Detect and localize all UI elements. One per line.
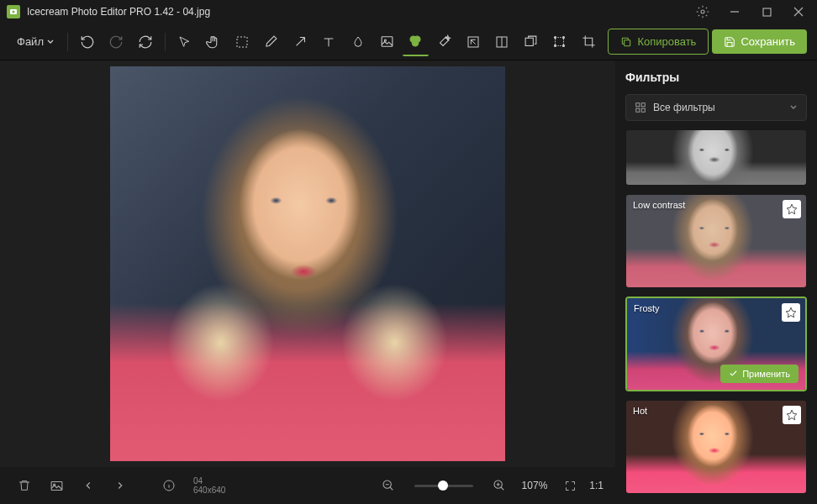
svg-rect-31 bbox=[641, 108, 645, 112]
file-dimensions: 640x640 bbox=[193, 486, 225, 495]
apply-label: Применить bbox=[742, 369, 790, 379]
copy-label: Копировать bbox=[637, 35, 696, 48]
settings-icon[interactable] bbox=[691, 0, 714, 24]
sidebar-title: Фильтры bbox=[625, 71, 807, 84]
svg-rect-16 bbox=[525, 38, 533, 45]
filter-name: Low contrast bbox=[633, 200, 685, 210]
photo-preview bbox=[110, 66, 505, 461]
toolbar: Файл bbox=[0, 24, 817, 60]
filter-card-hot[interactable]: Hot bbox=[625, 400, 807, 494]
minimize-button[interactable] bbox=[723, 0, 746, 24]
undo-button[interactable] bbox=[75, 28, 100, 56]
svg-point-21 bbox=[563, 45, 565, 46]
svg-rect-28 bbox=[636, 103, 640, 107]
resize-tool[interactable] bbox=[461, 28, 486, 56]
magic-tool[interactable] bbox=[432, 28, 457, 56]
close-button[interactable] bbox=[787, 0, 810, 24]
save-label: Сохранить bbox=[741, 35, 795, 48]
zoom-slider[interactable] bbox=[414, 485, 473, 487]
copy-button[interactable]: Копировать bbox=[608, 29, 709, 55]
dropdown-label: Все фильтры bbox=[653, 102, 783, 113]
reset-button[interactable] bbox=[132, 28, 157, 56]
canvas-area: 04 640x640 107% 1:1 bbox=[0, 60, 615, 504]
svg-rect-8 bbox=[382, 37, 393, 46]
favorite-button[interactable] bbox=[782, 303, 800, 322]
filter-thumbnail bbox=[626, 401, 806, 493]
gallery-button[interactable] bbox=[44, 473, 69, 498]
transform-tool[interactable] bbox=[547, 28, 572, 56]
frames-tool[interactable] bbox=[518, 28, 543, 56]
info-button[interactable] bbox=[156, 473, 182, 498]
star-icon bbox=[786, 203, 798, 215]
svg-rect-7 bbox=[237, 37, 247, 47]
sidebar: Фильтры Все фильтры Low contrast Frosty bbox=[615, 60, 817, 504]
svg-point-20 bbox=[555, 45, 556, 46]
filter-card-low-contrast[interactable]: Low contrast bbox=[625, 194, 807, 288]
window-title: Icecream Photo Editor PRO 1.42 - 04.jpg bbox=[27, 6, 691, 18]
file-info: 04 640x640 bbox=[193, 476, 225, 495]
zoom-out-button[interactable] bbox=[376, 473, 401, 498]
arrow-tool[interactable] bbox=[287, 28, 313, 56]
svg-point-1 bbox=[13, 11, 15, 13]
zoom-thumb[interactable] bbox=[438, 480, 448, 491]
hand-tool[interactable] bbox=[201, 28, 226, 56]
layout-tool[interactable] bbox=[489, 28, 514, 56]
text-tool[interactable] bbox=[316, 28, 341, 56]
maximize-button[interactable] bbox=[755, 0, 778, 24]
filters-tool[interactable] bbox=[403, 28, 428, 56]
file-name: 04 bbox=[193, 476, 225, 486]
file-menu[interactable]: Файл bbox=[10, 32, 61, 51]
zoom-ratio: 1:1 bbox=[589, 480, 604, 491]
blur-tool[interactable] bbox=[345, 28, 371, 56]
star-icon bbox=[785, 307, 797, 318]
apply-filter-button[interactable]: Применить bbox=[720, 365, 799, 383]
chevron-down-icon bbox=[47, 39, 54, 45]
svg-point-18 bbox=[555, 36, 556, 38]
svg-point-12 bbox=[413, 39, 419, 46]
save-button[interactable]: Сохранить bbox=[712, 29, 807, 54]
separator bbox=[67, 33, 68, 51]
svg-point-19 bbox=[563, 36, 565, 38]
copy-icon bbox=[620, 36, 632, 48]
chevron-down-icon bbox=[789, 103, 798, 112]
titlebar: Icecream Photo Editor PRO 1.42 - 04.jpg bbox=[0, 0, 817, 24]
grid-icon bbox=[635, 102, 646, 113]
filter-thumbnail bbox=[626, 130, 806, 185]
prev-button[interactable] bbox=[76, 473, 101, 498]
filter-category-dropdown[interactable]: Все фильтры bbox=[625, 94, 807, 121]
save-icon bbox=[724, 36, 735, 48]
star-icon bbox=[786, 409, 798, 421]
separator bbox=[165, 33, 166, 51]
svg-rect-30 bbox=[636, 108, 640, 112]
delete-button[interactable] bbox=[12, 473, 37, 498]
svg-rect-22 bbox=[625, 39, 630, 45]
svg-rect-4 bbox=[763, 8, 771, 16]
svg-point-2 bbox=[701, 10, 704, 13]
favorite-button[interactable] bbox=[783, 200, 801, 218]
select-tool[interactable] bbox=[229, 28, 255, 56]
filter-card-frosty[interactable]: Frosty Применить bbox=[625, 297, 807, 391]
filter-list[interactable]: Low contrast Frosty Применить Hot bbox=[625, 129, 807, 494]
statusbar: 04 640x640 107% 1:1 bbox=[0, 467, 615, 504]
file-menu-label: Файл bbox=[17, 35, 44, 48]
canvas-viewport[interactable] bbox=[0, 60, 615, 467]
filter-name: Hot bbox=[633, 406, 647, 416]
fullscreen-button[interactable] bbox=[557, 473, 582, 498]
image-tool[interactable] bbox=[374, 28, 399, 56]
zoom-percent: 107% bbox=[522, 480, 548, 491]
svg-rect-17 bbox=[556, 38, 564, 46]
svg-rect-29 bbox=[641, 103, 645, 107]
next-button[interactable] bbox=[108, 473, 133, 498]
svg-rect-23 bbox=[51, 481, 62, 490]
brush-tool[interactable] bbox=[259, 28, 284, 56]
redo-button[interactable] bbox=[103, 28, 129, 56]
crop-tool[interactable] bbox=[576, 28, 601, 56]
app-icon bbox=[7, 5, 20, 18]
favorite-button[interactable] bbox=[783, 406, 801, 424]
filter-name: Frosty bbox=[634, 303, 660, 313]
check-icon bbox=[729, 369, 738, 378]
filter-card[interactable] bbox=[625, 129, 807, 186]
pointer-tool[interactable] bbox=[172, 28, 198, 56]
zoom-in-button[interactable] bbox=[487, 473, 512, 498]
